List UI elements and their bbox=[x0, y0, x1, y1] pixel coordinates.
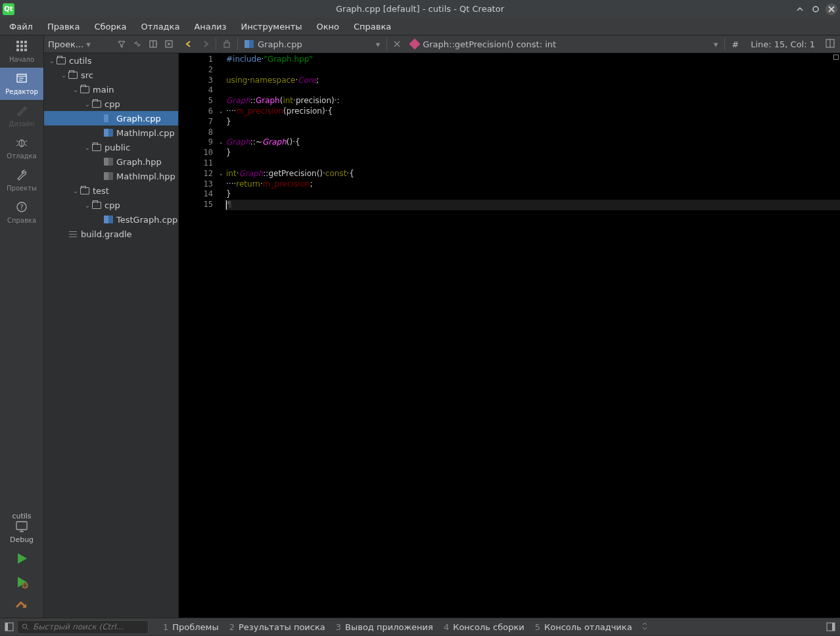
sort-icon[interactable] bbox=[639, 622, 651, 632]
file-selector[interactable]: Graph.cpp ▾ bbox=[241, 39, 384, 49]
maximize-button[interactable] bbox=[810, 3, 822, 15]
line-number[interactable]: 13 bbox=[179, 179, 216, 190]
twisty-icon[interactable]: ⌄ bbox=[83, 101, 91, 108]
split-icon[interactable]: + bbox=[147, 38, 159, 50]
symbol-selector[interactable]: Graph::getPrecision() const: int ▾ bbox=[407, 39, 722, 49]
project-tree[interactable]: ⌄cutils⌄src⌄main⌄cppGraph.cppMathImpl.cp… bbox=[44, 53, 179, 618]
line-number[interactable]: 12⌄ bbox=[179, 169, 216, 179]
mode-help[interactable]: ? Справка bbox=[0, 196, 43, 229]
mode-projects[interactable]: Проекты bbox=[0, 164, 43, 196]
line-number[interactable]: 2 bbox=[179, 65, 216, 76]
link-icon[interactable] bbox=[131, 38, 143, 50]
line-number[interactable]: 1 bbox=[179, 55, 216, 65]
kit-selector[interactable]: cutils ▸ Debug bbox=[0, 509, 43, 547]
tree-item-build-gradle[interactable]: build.gradle bbox=[44, 227, 178, 241]
menu-tools[interactable]: Инструменты bbox=[234, 19, 308, 34]
mode-debug[interactable]: Отладка bbox=[0, 132, 43, 164]
fold-icon[interactable]: ⌄ bbox=[218, 106, 223, 117]
toggle-sidebar-button[interactable] bbox=[3, 620, 16, 633]
chevron-down-icon: ▾ bbox=[714, 39, 718, 49]
tree-item-Graph-hpp[interactable]: Graph.hpp bbox=[44, 154, 178, 169]
twisty-icon[interactable]: ⌄ bbox=[60, 72, 68, 79]
code-editor[interactable]: 123456⌄789⌄101112⌄131415 #include·"Graph… bbox=[179, 53, 840, 618]
twisty-icon[interactable]: ⌄ bbox=[83, 202, 91, 209]
menu-help[interactable]: Справка bbox=[347, 19, 398, 34]
scrollbar[interactable] bbox=[831, 53, 840, 618]
chevron-down-icon[interactable]: ▾ bbox=[86, 39, 91, 49]
quick-search-input[interactable] bbox=[17, 620, 149, 634]
tree-item-cpp[interactable]: ⌄cpp bbox=[44, 198, 178, 212]
tree-item-cpp[interactable]: ⌄cpp bbox=[44, 97, 178, 111]
tree-item-cutils[interactable]: ⌄cutils bbox=[44, 53, 178, 68]
close-button[interactable] bbox=[826, 3, 837, 15]
tree-item-MathImpl-hpp[interactable]: MathImpl.hpp bbox=[44, 169, 178, 183]
sidebar-header: Проек... ▾ + bbox=[44, 35, 179, 53]
line-number-gutter[interactable]: 123456⌄789⌄101112⌄131415 bbox=[179, 53, 216, 618]
menu-debug[interactable]: Отладка bbox=[135, 19, 187, 34]
fold-icon[interactable]: ⌄ bbox=[218, 137, 223, 148]
svg-rect-42 bbox=[832, 623, 835, 631]
sidebar-title[interactable]: Проек... bbox=[48, 39, 83, 49]
menu-build[interactable]: Сборка bbox=[87, 19, 133, 34]
hpp-icon bbox=[103, 157, 114, 166]
menu-edit[interactable]: Правка bbox=[41, 19, 86, 34]
line-number[interactable]: 11 bbox=[179, 158, 216, 169]
twisty-icon[interactable]: ⌄ bbox=[72, 187, 80, 194]
tree-label: build.gradle bbox=[81, 229, 132, 239]
line-number[interactable]: 15 bbox=[179, 200, 216, 210]
panel-Вывод приложения[interactable]: 3Вывод приложения bbox=[331, 622, 438, 632]
fold-icon[interactable]: ⌄ bbox=[218, 169, 223, 179]
search-field[interactable] bbox=[33, 622, 144, 631]
panel-Консоль отладчика[interactable]: 5Консоль отладчика bbox=[530, 622, 638, 632]
minimize-button[interactable] bbox=[794, 3, 806, 15]
line-number[interactable]: 14 bbox=[179, 189, 216, 200]
line-number[interactable]: 5 bbox=[179, 96, 216, 106]
line-number[interactable]: 4 bbox=[179, 85, 216, 96]
mode-editor[interactable]: Редактор bbox=[0, 68, 43, 100]
tree-item-MathImpl-cpp[interactable]: MathImpl.cpp bbox=[44, 125, 178, 140]
menu-file[interactable]: Файл bbox=[3, 19, 39, 34]
toggle-right-sidebar-button[interactable] bbox=[824, 620, 837, 633]
code-content[interactable]: #include·"Graph.hpp" using·namespace·Cor… bbox=[225, 53, 840, 618]
nav-forward-button[interactable] bbox=[198, 37, 213, 51]
build-button[interactable] bbox=[0, 594, 43, 618]
tree-item-public[interactable]: ⌄public bbox=[44, 140, 178, 154]
mode-welcome[interactable]: Начало bbox=[0, 35, 43, 68]
tree-label: MathImpl.cpp bbox=[116, 128, 175, 138]
menu-analyze[interactable]: Анализ bbox=[187, 19, 233, 34]
panel-Проблемы[interactable]: 1Проблемы bbox=[158, 622, 224, 632]
line-number[interactable]: 7 bbox=[179, 117, 216, 127]
line-number[interactable]: 10 bbox=[179, 148, 216, 158]
svg-point-0 bbox=[813, 7, 818, 12]
tree-item-TestGraph-cpp[interactable]: TestGraph.cpp bbox=[44, 212, 178, 227]
close-sidebar-icon[interactable] bbox=[163, 38, 175, 50]
line-number[interactable]: 6⌄ bbox=[179, 106, 216, 117]
close-file-button[interactable] bbox=[390, 39, 404, 49]
run-debug-button[interactable] bbox=[0, 570, 43, 594]
folder-icon bbox=[80, 186, 90, 195]
twisty-icon[interactable]: ⌄ bbox=[72, 86, 80, 93]
tree-item-main[interactable]: ⌄main bbox=[44, 82, 178, 97]
lock-icon[interactable] bbox=[219, 39, 235, 50]
menu-window[interactable]: Окно bbox=[310, 19, 346, 34]
hash-indicator[interactable]: # bbox=[728, 39, 743, 49]
svg-rect-1 bbox=[16, 41, 19, 43]
twisty-icon[interactable]: ⌄ bbox=[83, 144, 91, 151]
tree-item-test[interactable]: ⌄test bbox=[44, 183, 178, 198]
tree-item-src[interactable]: ⌄src bbox=[44, 68, 178, 82]
menubar: Файл Правка Сборка Отладка Анализ Инстру… bbox=[0, 18, 840, 35]
svg-text:+: + bbox=[833, 39, 835, 46]
line-number[interactable]: 3 bbox=[179, 76, 216, 86]
split-editor-button[interactable]: + bbox=[823, 39, 837, 50]
line-number[interactable]: 9⌄ bbox=[179, 137, 216, 148]
tree-item-Graph-cpp[interactable]: Graph.cpp bbox=[44, 111, 178, 125]
line-number[interactable]: 8 bbox=[179, 127, 216, 138]
line-col-indicator[interactable]: Line: 15, Col: 1 bbox=[745, 39, 820, 49]
panel-Результаты поиска[interactable]: 2Результаты поиска bbox=[224, 622, 331, 632]
nav-back-button[interactable] bbox=[181, 37, 196, 51]
filter-icon[interactable] bbox=[116, 38, 128, 50]
run-button[interactable] bbox=[0, 547, 43, 570]
twisty-icon[interactable]: ⌄ bbox=[48, 57, 56, 64]
tree-label: main bbox=[93, 85, 114, 95]
panel-Консоль сборки[interactable]: 4Консоль сборки bbox=[438, 622, 530, 632]
